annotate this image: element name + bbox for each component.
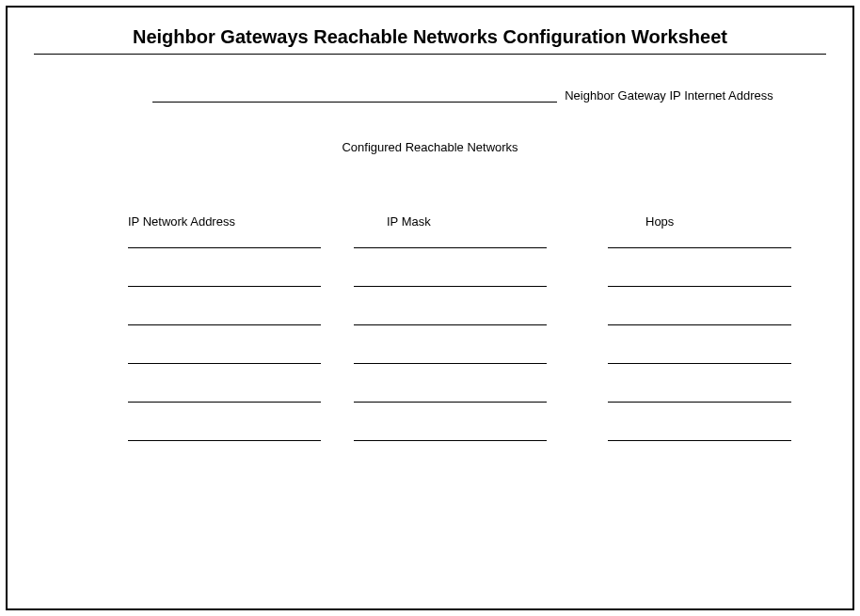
gateway-row: Neighbor Gateway IP Internet Address [34, 88, 826, 103]
blank-line [354, 286, 547, 287]
blank-line [354, 324, 547, 325]
blank-line [608, 324, 791, 325]
blank-line [128, 363, 321, 364]
blank-line [354, 402, 547, 403]
blank-line [608, 363, 791, 364]
blank-line [354, 440, 547, 441]
column-header-ip-mask: IP Mask [368, 214, 608, 229]
blank-line [128, 324, 321, 325]
blank-line [128, 402, 321, 403]
blank-line [128, 286, 321, 287]
blank-line [128, 440, 321, 441]
blank-row [128, 440, 798, 441]
column-header-ip-network-address: IP Network Address [128, 214, 368, 229]
blank-line [354, 247, 547, 248]
column-headers: IP Network Address IP Mask Hops [128, 214, 798, 229]
rows-container [128, 247, 798, 441]
column-header-hops: Hops [608, 214, 796, 229]
blank-line [608, 440, 791, 441]
blank-row [128, 324, 798, 325]
blank-line [608, 247, 791, 248]
blank-line [354, 363, 547, 364]
subtitle: Configured Reachable Networks [34, 140, 826, 154]
worksheet-frame: Neighbor Gateways Reachable Networks Con… [6, 6, 854, 610]
blank-line [608, 286, 791, 287]
blank-row [128, 363, 798, 364]
gateway-ip-blank [152, 102, 557, 103]
gateway-ip-label: Neighbor Gateway IP Internet Address [565, 88, 773, 103]
blank-line [128, 247, 321, 248]
blank-row [128, 286, 798, 287]
columns-area: IP Network Address IP Mask Hops [34, 214, 826, 441]
title-rule [34, 54, 826, 55]
worksheet-title: Neighbor Gateways Reachable Networks Con… [34, 26, 826, 48]
blank-row [128, 402, 798, 403]
blank-row [128, 247, 798, 248]
blank-line [608, 402, 791, 403]
